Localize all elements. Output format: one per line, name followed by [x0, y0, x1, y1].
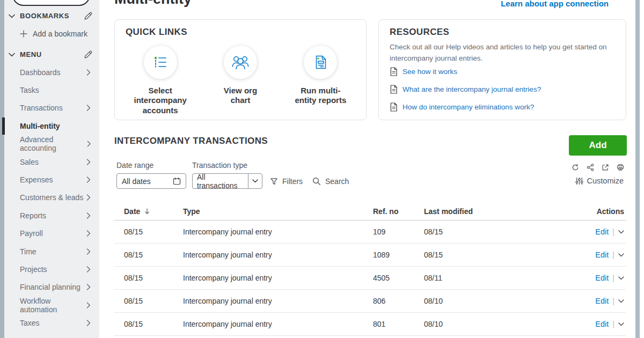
sidebar-item-advanced-accounting[interactable]: Advanced accounting [0, 135, 99, 153]
table-row[interactable]: 08/15 Intercompany journal entry 801 08/… [114, 313, 626, 336]
quick-links-title: QUICK LINKS [126, 27, 187, 38]
table-row[interactable]: 08/15 Intercompany journal entry 4505 08… [114, 267, 626, 290]
row-actions-dropdown-icon[interactable] [618, 230, 624, 234]
accounts-list-icon [144, 46, 177, 79]
column-header-type[interactable]: Type [183, 207, 373, 216]
search-button[interactable]: Search [312, 177, 349, 186]
new-button[interactable]: + New [12, 0, 90, 6]
sidebar-item-sales[interactable]: Sales [0, 153, 99, 171]
edit-link[interactable]: Edit [595, 251, 609, 259]
table-row[interactable]: 08/15 Intercompany journal entry 1089 08… [114, 244, 626, 267]
chevron-right-icon [86, 230, 91, 237]
share-icon[interactable] [587, 164, 594, 171]
chevron-down-icon [252, 179, 258, 183]
table-row[interactable]: 08/15 Intercompany journal entry 109 08/… [114, 221, 626, 244]
quick-links-card: QUICK LINKS Select intercompany accounts [114, 19, 367, 120]
sidebar-item-workflow-automation[interactable]: Workflow automation [0, 296, 99, 314]
sidebar: + New BOOKMARKS Add a bookmark MENU Dash… [0, 0, 99, 338]
edit-menu-icon[interactable] [84, 50, 93, 59]
bookmarks-title: BOOKMARKS [20, 12, 69, 20]
sidebar-item-time[interactable]: Time [0, 243, 99, 260]
edit-bookmarks-icon[interactable] [84, 11, 93, 20]
row-actions-dropdown-icon[interactable] [618, 276, 624, 280]
sidebar-item-expenses[interactable]: Expenses [0, 171, 99, 188]
edit-link[interactable]: Edit [595, 320, 609, 328]
plus-icon [20, 30, 27, 38]
resources-title: RESOURCES [390, 27, 449, 38]
chevron-right-icon [86, 248, 91, 255]
chevron-right-icon [86, 266, 91, 273]
chevron-right-icon [87, 141, 91, 147]
sidebar-item-taxes[interactable]: Taxes [0, 314, 99, 332]
date-range-label: Date range [116, 161, 153, 170]
chevron-right-icon [86, 212, 91, 219]
print-icon[interactable] [617, 164, 624, 171]
refresh-icon[interactable] [572, 164, 579, 171]
report-document-icon [304, 46, 337, 79]
document-icon [390, 102, 398, 112]
column-header-actions: Actions [565, 207, 626, 216]
chevron-right-icon [86, 105, 91, 111]
sidebar-item-transactions[interactable]: Transactions [0, 99, 99, 117]
resources-card: RESOURCES Check out all our Help videos … [378, 19, 626, 120]
add-bookmark-label: Add a bookmark [33, 30, 87, 38]
select-dropdown-arrow[interactable] [248, 174, 262, 188]
search-icon [312, 177, 321, 186]
row-actions-dropdown-icon[interactable] [618, 299, 624, 303]
export-icon[interactable] [602, 164, 609, 171]
column-header-last-modified[interactable]: Last modified [424, 207, 565, 216]
resource-link-what-are-intercompany-journal-entries[interactable]: What are the intercompany journal entrie… [390, 84, 541, 94]
add-button[interactable]: Add [569, 135, 627, 156]
org-chart-icon [224, 46, 257, 79]
sidebar-item-customers-leads[interactable]: Customers & leads [0, 189, 99, 207]
table-header-row: Date Type Ref. no Last modified Actions [114, 203, 626, 221]
sidebar-item-reports[interactable]: Reports [0, 207, 99, 224]
menu-section-header[interactable]: MENU [9, 50, 93, 59]
chevron-right-icon [86, 159, 91, 165]
row-actions-dropdown-icon[interactable] [618, 322, 624, 326]
chevron-right-icon [86, 284, 91, 290]
transaction-type-select[interactable]: All transactions [192, 173, 262, 189]
sidebar-item-tasks[interactable]: Tasks [0, 81, 99, 99]
chevron-down-icon [9, 53, 15, 57]
resources-description: Check out all our Help videos and articl… [390, 42, 619, 64]
customize-button[interactable]: Customize [575, 177, 624, 185]
chevron-down-icon [9, 14, 15, 18]
chevron-right-icon [86, 177, 91, 183]
quick-link-select-intercompany-accounts[interactable]: Select intercompany accounts [123, 46, 198, 115]
sidebar-menu: Dashboards Tasks Transactions Multi-enti… [0, 63, 99, 332]
intercompany-transactions-title: INTERCOMPANY TRANSACTIONS [114, 136, 268, 146]
page-title: Multi-entity [114, 0, 192, 6]
resource-link-see-how-it-works[interactable]: See how it works [390, 66, 541, 77]
learn-about-app-connection-link[interactable]: Learn about app connection [501, 0, 609, 8]
main-content: Multi-entity Learn about app connection … [99, 0, 640, 338]
quick-link-run-multi-entity-reports[interactable]: Run multi-entity reports [283, 46, 358, 115]
document-icon [390, 85, 398, 94]
sidebar-item-projects[interactable]: Projects [0, 260, 99, 278]
bookmarks-section-header[interactable]: BOOKMARKS [9, 11, 93, 20]
column-header-date[interactable]: Date [124, 207, 183, 216]
edit-link[interactable]: Edit [595, 274, 609, 282]
sliders-icon [575, 177, 583, 185]
scrollbar[interactable] [635, 0, 640, 338]
edit-link[interactable]: Edit [595, 227, 609, 236]
table-row[interactable]: 08/15 Intercompany journal entry 806 08/… [114, 290, 626, 313]
transaction-type-label: Transaction type [192, 161, 247, 170]
date-range-input[interactable]: All dates [116, 173, 186, 189]
filters-button[interactable]: Filters [270, 177, 303, 186]
sidebar-item-financial-planning[interactable]: Financial planning [0, 278, 99, 296]
filter-funnel-icon [270, 178, 278, 186]
menu-title: MENU [20, 50, 42, 58]
row-actions-dropdown-icon[interactable] [618, 253, 624, 257]
quick-link-view-org-chart[interactable]: View org chart [203, 46, 278, 115]
calendar-icon [173, 177, 181, 185]
document-icon [390, 67, 398, 76]
add-bookmark-button[interactable]: Add a bookmark [20, 30, 87, 38]
sidebar-item-multi-entity[interactable]: Multi-entity [0, 117, 99, 135]
column-header-ref-no[interactable]: Ref. no [373, 207, 424, 216]
resource-link-how-do-intercompany-eliminations-work[interactable]: How do intercompany eliminations work? [390, 101, 541, 112]
transactions-table: Date Type Ref. no Last modified Actions … [114, 203, 626, 336]
edit-link[interactable]: Edit [595, 297, 609, 305]
sidebar-item-payroll[interactable]: Payroll [0, 225, 99, 243]
sidebar-item-dashboards[interactable]: Dashboards [0, 63, 99, 81]
